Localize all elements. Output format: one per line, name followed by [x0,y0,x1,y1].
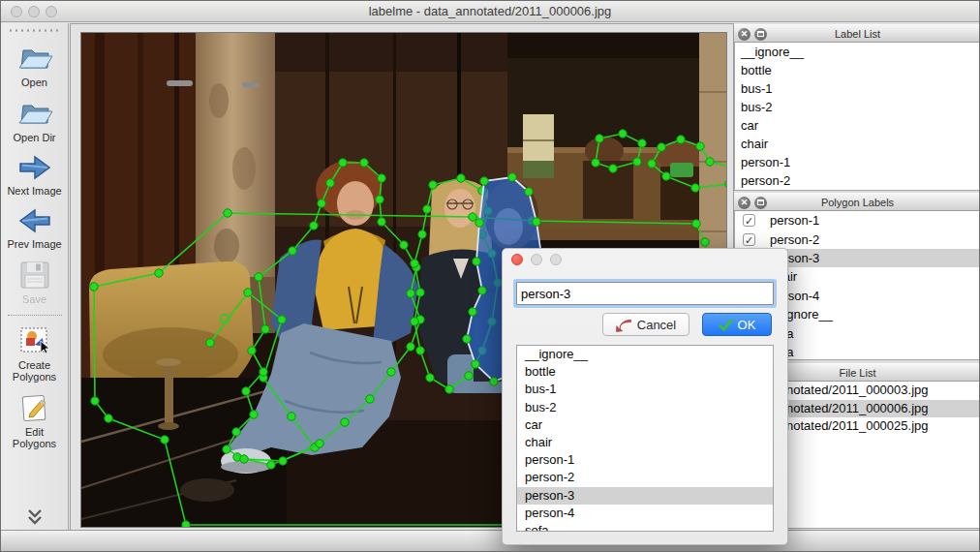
polygon-vertex[interactable] [416,347,424,354]
dialog-label-item[interactable]: __ignore__ [517,346,773,363]
polygon-vertex[interactable] [310,222,318,230]
polygon-vertex[interactable] [508,173,516,181]
polygon-vertex[interactable] [525,188,533,196]
dialog-label-item[interactable]: person-2 [517,469,773,486]
polygon-vertex[interactable] [696,142,704,150]
label-list-item[interactable]: bottle [735,61,980,79]
polygon-vertex[interactable] [648,160,656,168]
polygon-vertex[interactable] [339,159,347,167]
polygon-vertex[interactable] [288,413,295,420]
polygon-vertex[interactable] [596,135,603,142]
polygon-vertex[interactable] [416,289,424,296]
polygon-vertex[interactable] [592,159,599,167]
dialog-label-item[interactable]: person-4 [517,505,773,522]
toolbar-overflow-button[interactable] [24,508,46,526]
polygon-vertex[interactable] [91,397,99,405]
polygon-vertex[interactable] [411,318,418,325]
polygon-label-item[interactable]: ✓person-2 [735,230,980,248]
polygon-vertex[interactable] [701,238,709,246]
toolbar-button-next-image[interactable]: Next Image [3,153,67,197]
polygon-vertex[interactable] [242,387,250,395]
polygon-vertex[interactable] [691,184,699,192]
polygon-vertex[interactable] [469,213,476,221]
polygon-vertex[interactable] [289,247,296,255]
label-list-item[interactable]: car [735,116,980,135]
polygon-vertex[interactable] [465,372,473,380]
label-name-input[interactable] [516,282,774,305]
dialog-label-item[interactable]: person-3 [517,487,773,505]
close-window-button[interactable] [11,6,22,17]
polygon-vertex[interactable] [407,290,414,297]
polygon-vertex[interactable] [248,347,256,354]
dialog-label-item[interactable]: bus-2 [517,399,773,416]
polygon-vertex[interactable] [318,199,325,207]
polygon-vertex[interactable] [105,414,112,422]
polygon-vertex[interactable] [244,289,252,296]
polygon-vertex[interactable] [706,158,714,166]
polygon-vertex[interactable] [261,325,269,333]
polygon-vertex[interactable] [267,461,275,469]
polygon-vertex[interactable] [224,209,231,217]
polygon-vertex[interactable] [609,165,617,172]
polygon-vertex[interactable] [463,335,471,343]
polygon-vertex[interactable] [378,218,385,226]
label-list-item[interactable]: __ignore__ [735,43,980,61]
polygon-vertex[interactable] [469,308,476,316]
polygon-vertex[interactable] [400,241,408,249]
dialog-minimize-button[interactable] [531,254,542,265]
toolbar-button-open[interactable]: Open [3,43,67,88]
polygon-vertex[interactable] [326,179,334,187]
minimize-window-button[interactable] [28,6,40,17]
polygon-vertex[interactable] [478,287,486,294]
toolbar-drag-handle[interactable] [8,28,62,33]
dialog-maximize-button[interactable] [550,254,562,265]
maximize-window-button[interactable] [46,6,57,17]
polygon-vertex[interactable] [445,385,453,393]
polygon-vertex[interactable] [206,339,214,347]
visibility-checkbox[interactable]: ✓ [743,214,755,227]
dialog-label-item[interactable]: bottle [517,363,773,381]
polygon-vertex[interactable] [418,230,426,238]
visibility-checkbox[interactable]: ✓ [743,233,755,246]
toolbar-button-prev-image[interactable]: Prev Image [3,206,67,250]
polygon-vertex[interactable] [692,220,700,228]
polygon-vertex[interactable] [161,436,168,444]
polygon-vertex[interactable] [387,368,395,376]
polygon-vertex[interactable] [426,374,434,382]
toolbar-button-create-polygons[interactable]: Create Polygons [3,325,67,383]
polygon-vertex[interactable] [480,177,488,185]
polygon-label-item[interactable]: ✓person-1 [735,211,980,230]
dialog-label-item[interactable]: bus-1 [517,381,773,398]
polygon-vertex[interactable] [490,378,498,385]
polygon-vertex[interactable] [638,139,646,147]
label-list-item[interactable]: chair [735,135,980,153]
polygon-vertex[interactable] [255,273,262,281]
polygon-vertex[interactable] [250,411,258,418]
ok-button[interactable]: OK [702,313,772,336]
polygon-vertex[interactable] [633,158,641,166]
polygon-vertex[interactable] [457,174,465,182]
polygon-vertex[interactable] [658,143,665,151]
polygon-vertex[interactable] [316,440,323,447]
label-list-item[interactable]: bus-1 [735,79,980,98]
polygon-vertex[interactable] [155,269,163,277]
polygon-vertex[interactable] [677,136,685,143]
cancel-button[interactable]: Cancel [602,313,689,336]
dialog-label-item[interactable]: car [517,416,773,434]
polygon-vertex[interactable] [232,428,240,436]
polygon-vertex[interactable] [360,159,368,167]
polygon-vertex[interactable] [240,455,248,463]
polygon-vertex[interactable] [341,418,349,426]
polygon-vertex[interactable] [407,343,414,351]
polygon-vertex[interactable] [278,316,286,323]
toolbar-button-open-dir[interactable]: Open Dir [3,98,67,143]
polygon-vertex[interactable] [473,258,480,265]
polygon-vertex[interactable] [429,181,437,189]
polygon-vertex[interactable] [475,219,483,227]
polygon-vertex[interactable] [279,457,287,465]
label-list-item[interactable]: person-2 [735,171,980,190]
polygon-vertex[interactable] [378,174,385,182]
label-list-item[interactable]: bus-2 [735,98,980,116]
polygon-vertex[interactable] [260,368,267,376]
polygon-vertex[interactable] [533,218,540,226]
